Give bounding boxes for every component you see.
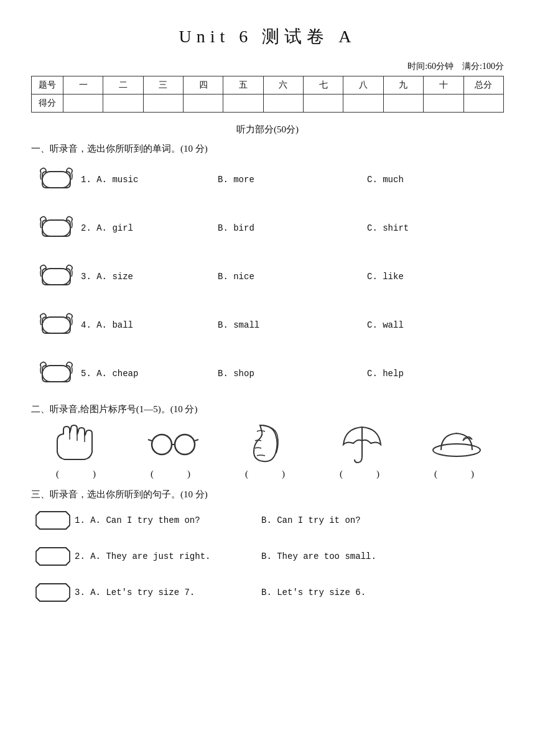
bracket-5: ( ) bbox=[419, 468, 494, 480]
part3-question-2: 2. A. They are just right. B. They are t… bbox=[31, 543, 504, 570]
page-title: Unit 6 测试卷 A bbox=[31, 25, 504, 48]
options-5: 5. A. cheap B. shop C. help bbox=[81, 369, 504, 379]
sentence-opts-3: 3. A. Let's try size 7. B. Let's try siz… bbox=[75, 588, 504, 597]
option-c-3: C. like bbox=[367, 272, 504, 282]
svg-point-8 bbox=[152, 435, 172, 454]
table-score-cell bbox=[143, 94, 183, 113]
candy-icon-3 bbox=[31, 264, 81, 290]
bracket-4: ( ) bbox=[325, 468, 399, 480]
svg-line-20 bbox=[66, 548, 70, 551]
table-header-cell: 五 bbox=[223, 76, 263, 94]
option-a-4: 4. A. ball bbox=[81, 320, 218, 330]
bracket-2: ( ) bbox=[136, 468, 210, 480]
bracket-1: ( ) bbox=[41, 468, 116, 480]
option-a-2: 2. A. girl bbox=[81, 223, 218, 233]
candy-icon-1 bbox=[31, 167, 81, 193]
image-scarf bbox=[230, 422, 305, 465]
svg-rect-3 bbox=[42, 317, 70, 333]
image-umbrella bbox=[325, 422, 399, 465]
meta-info: 时间:60分钟 满分:100分 bbox=[31, 61, 504, 72]
scarf-svg bbox=[241, 422, 294, 464]
options-4: 4. A. ball B. small C. wall bbox=[81, 320, 504, 330]
table-score-cell bbox=[263, 94, 303, 113]
part3-questions: 1. A. Can I try them on? B. Can I try it… bbox=[31, 507, 504, 606]
ticket-icon-1 bbox=[31, 510, 75, 530]
umbrella-svg bbox=[336, 422, 389, 464]
sentence-option-b-1: B. Can I try it on? bbox=[261, 515, 504, 525]
svg-line-24 bbox=[66, 584, 70, 588]
table-score-cell: 得分 bbox=[32, 94, 63, 113]
table-score-cell bbox=[304, 94, 343, 113]
part1-questions: 1. A. music B. more C. much 2. A. girl B… bbox=[31, 161, 504, 392]
hat-svg bbox=[429, 422, 485, 464]
svg-point-9 bbox=[175, 435, 195, 454]
table-header-cell: 二 bbox=[103, 76, 143, 94]
image-glasses bbox=[136, 422, 210, 465]
part2-title: 二、听录音,给图片标序号(1—5)。(10 分) bbox=[31, 403, 504, 415]
svg-rect-4 bbox=[42, 366, 70, 382]
option-b-5: B. shop bbox=[218, 369, 367, 379]
score-label: 满分:100分 bbox=[462, 62, 504, 71]
svg-point-14 bbox=[433, 444, 480, 456]
svg-line-17 bbox=[36, 525, 40, 529]
svg-line-23 bbox=[36, 584, 40, 588]
gloves-svg bbox=[52, 422, 105, 464]
option-c-4: C. wall bbox=[367, 320, 504, 330]
candy-icon-2 bbox=[31, 215, 81, 241]
part1-title: 一、听录音，选出你所听到的单词。(10 分) bbox=[31, 143, 504, 155]
table-header-cell: 七 bbox=[304, 76, 343, 94]
svg-rect-2 bbox=[42, 269, 70, 285]
table-header-cell: 总分 bbox=[463, 76, 504, 94]
svg-line-12 bbox=[195, 440, 198, 441]
sentence-opts-1: 1. A. Can I try them on? B. Can I try it… bbox=[75, 515, 504, 525]
part1-question-1: 1. A. music B. more C. much bbox=[31, 161, 504, 198]
part1-question-3: 3. A. size B. nice C. like bbox=[31, 258, 504, 295]
ticket-icon-2 bbox=[31, 546, 75, 566]
svg-line-25 bbox=[36, 597, 40, 601]
part2-brackets-row: ( ) ( ) ( ) ( ) ( ) bbox=[31, 468, 504, 480]
svg-line-21 bbox=[36, 561, 40, 565]
svg-rect-0 bbox=[42, 172, 70, 188]
sentence-option-a-1: 1. A. Can I try them on? bbox=[75, 515, 261, 525]
bracket-3: ( ) bbox=[230, 468, 305, 480]
option-a-5: 5. A. cheap bbox=[81, 369, 218, 379]
svg-line-18 bbox=[66, 525, 70, 529]
sentence-option-b-3: B. Let's try size 6. bbox=[261, 588, 504, 597]
part1-question-5: 5. A. cheap B. shop C. help bbox=[31, 355, 504, 392]
option-b-2: B. bird bbox=[218, 223, 367, 233]
table-score-cell bbox=[463, 94, 504, 113]
listening-section-title: 听力部分(50分) bbox=[31, 124, 504, 136]
sentence-option-a-3: 3. A. Let's try size 7. bbox=[75, 588, 261, 597]
table-score-cell bbox=[383, 94, 423, 113]
table-score-cell bbox=[223, 94, 263, 113]
svg-rect-1 bbox=[42, 220, 70, 236]
option-c-5: C. help bbox=[367, 369, 504, 379]
image-gloves bbox=[41, 422, 116, 465]
table-score-cell bbox=[424, 94, 463, 113]
part1-question-4: 4. A. ball B. small C. wall bbox=[31, 307, 504, 344]
table-score-cell bbox=[343, 94, 383, 113]
table-header-cell: 八 bbox=[343, 76, 383, 94]
option-a-3: 3. A. size bbox=[81, 272, 218, 282]
table-header-cell: 四 bbox=[183, 76, 223, 94]
table-header-row: 题号一二三四五六七八九十总分 bbox=[32, 76, 504, 94]
options-1: 1. A. music B. more C. much bbox=[81, 175, 504, 185]
svg-line-22 bbox=[66, 561, 70, 565]
glasses-svg bbox=[147, 422, 200, 464]
table-score-cell bbox=[103, 94, 143, 113]
table-header-cell: 九 bbox=[383, 76, 423, 94]
option-b-4: B. small bbox=[218, 320, 367, 330]
svg-line-16 bbox=[66, 512, 70, 515]
option-b-3: B. nice bbox=[218, 272, 367, 282]
table-score-cell bbox=[63, 94, 103, 113]
options-2: 2. A. girl B. bird C. shirt bbox=[81, 223, 504, 233]
options-3: 3. A. size B. nice C. like bbox=[81, 272, 504, 282]
svg-line-11 bbox=[148, 440, 152, 441]
sentence-option-b-2: B. They are too small. bbox=[261, 551, 504, 561]
option-a-1: 1. A. music bbox=[81, 175, 218, 185]
candy-icon-5 bbox=[31, 361, 81, 387]
part3-question-1: 1. A. Can I try them on? B. Can I try it… bbox=[31, 507, 504, 534]
part2-images-row bbox=[31, 422, 504, 465]
sentence-option-a-2: 2. A. They are just right. bbox=[75, 551, 261, 561]
table-score-row: 得分 bbox=[32, 94, 504, 113]
